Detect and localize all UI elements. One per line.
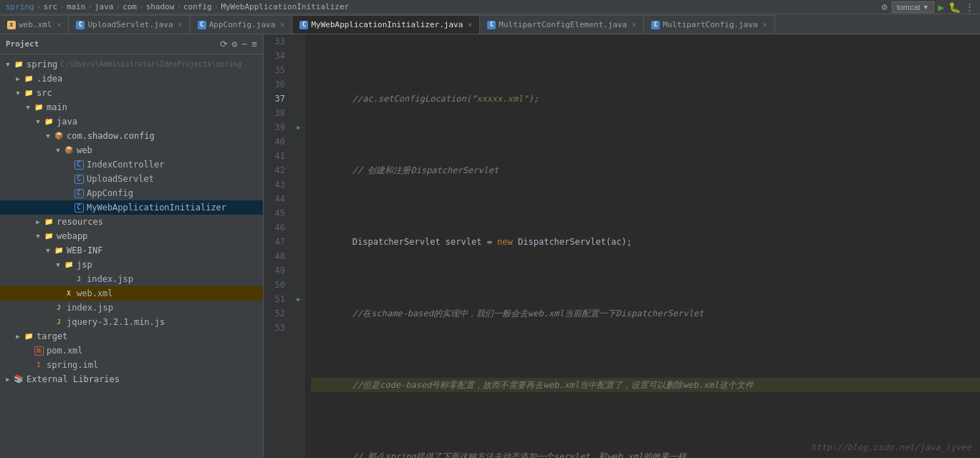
tab-multipart-config[interactable]: C MultipartConfig.java ×	[644, 15, 774, 34]
tab-icon-appconfig: C	[198, 21, 206, 29]
tab-label-web-xml: web.xml	[19, 20, 52, 29]
breadcrumb-src[interactable]: src	[43, 2, 57, 11]
tabbar: x web.xml × C UploadServlet.java × C App…	[0, 14, 980, 34]
line-num-43: 43	[264, 177, 288, 192]
tab-multipart-config-el[interactable]: C MultipartConfigElement.java ×	[480, 15, 644, 34]
gutter-52	[292, 306, 305, 321]
label-main: main	[47, 101, 67, 114]
label-spring: spring	[27, 58, 57, 71]
more-actions-icon[interactable]: ⋮	[965, 1, 974, 12]
tree-item-src[interactable]: 📁 src	[0, 86, 263, 100]
tree-item-spring-iml[interactable]: I spring.iml	[0, 358, 263, 372]
gutter-38	[292, 106, 305, 120]
code-lines[interactable]: //ac.setConfigLocation("xxxxx.xml"); // …	[305, 34, 980, 458]
code-line-35: DispatcherServlet servlet = new Dispatch…	[311, 235, 980, 249]
close-upload[interactable]: ×	[178, 21, 183, 29]
tree-item-resources[interactable]: 📁 resources	[0, 215, 263, 229]
tree-item-jquery[interactable]: J jquery-3.2.1.min.js	[0, 315, 263, 329]
tomcat-label: tomcat	[897, 3, 921, 11]
tree-item-target[interactable]: 📁 target	[0, 329, 263, 344]
line-num-44: 44	[264, 192, 288, 206]
label-web-package: web	[77, 144, 92, 157]
arrow-jsp-folder	[53, 258, 63, 271]
arrow-target	[13, 330, 23, 343]
gutter-34	[292, 49, 305, 63]
label-target: target	[37, 330, 67, 343]
line-num-42: 42	[264, 163, 288, 177]
label-appconfig: AppConfig	[87, 187, 133, 200]
collapse-icon[interactable]: −	[241, 39, 247, 49]
tree-item-com-shadow-config[interactable]: 📦 com.shadow.config	[0, 129, 263, 143]
label-jsp-folder: jsp	[77, 258, 92, 271]
code-line-37: //但是code-based号称零配置，故而不需要再去web.xml当中配置了，…	[311, 378, 980, 392]
arrow-src	[13, 87, 23, 99]
tree-item-index-controller[interactable]: C IndexController	[0, 157, 263, 172]
settings-icon[interactable]: ⚙	[232, 39, 238, 49]
tree-item-mywebapp[interactable]: C MyWebApplicationInitializer	[0, 200, 263, 215]
breadcrumb-spring[interactable]: spring	[6, 2, 34, 11]
tree-item-pom[interactable]: m pom.xml	[0, 344, 263, 358]
sidebar: Project ⟳ ⚙ − ≡ 📁 spring C:\Users\Admini…	[0, 34, 264, 458]
tree-item-ext-lib[interactable]: 📚 External Libraries	[0, 372, 263, 386]
close-appconfig[interactable]: ×	[280, 21, 284, 29]
tree-item-idea[interactable]: 📁 .idea	[0, 72, 263, 86]
java-icon-appconfig: C	[73, 188, 85, 198]
tree-item-jsp-folder[interactable]: 📁 jsp	[0, 258, 263, 272]
code-text-38: // 那么spring提供了下面这种方法去动态添加一个servlet，和web.…	[311, 449, 686, 458]
breadcrumb-config[interactable]: config	[183, 2, 212, 11]
tab-web-xml[interactable]: x web.xml ×	[0, 15, 69, 34]
tree-item-appconfig[interactable]: C AppConfig	[0, 186, 263, 200]
breadcrumb-shadow[interactable]: shadow	[146, 2, 175, 11]
close-mc[interactable]: ×	[763, 21, 767, 29]
label-src: src	[37, 87, 52, 99]
tree-item-upload-servlet[interactable]: C UploadServlet	[0, 172, 263, 186]
tree-item-web-xml[interactable]: X web.xml	[0, 286, 263, 301]
java-icon-upload: C	[73, 174, 85, 184]
sidebar-header-icons: ⟳ ⚙ − ≡	[220, 39, 257, 49]
tree-item-web-package[interactable]: 📦 web	[0, 143, 263, 157]
tree-item-java[interactable]: 📁 java	[0, 114, 263, 129]
line-num-49: 49	[264, 263, 288, 278]
code-line-36: //在schame-based的实现中，我们一般会去web.xml当前配置一下D…	[311, 306, 980, 321]
run-button[interactable]: ▶	[938, 1, 944, 13]
breadcrumb-class[interactable]: MyWebApplicationInitializer	[221, 2, 349, 11]
topbar: spring › src › main › java › com › shado…	[0, 0, 980, 14]
breadcrumb-com[interactable]: com	[123, 2, 137, 11]
gutter-37	[292, 92, 305, 106]
tree-item-webinf[interactable]: 📁 WEB-INF	[0, 243, 263, 258]
breadcrumb-java[interactable]: java	[95, 2, 114, 11]
close-mywebapp[interactable]: ×	[468, 21, 472, 29]
gutter-47	[292, 235, 305, 249]
arrow-webinf	[43, 244, 53, 257]
tab-appconfig[interactable]: C AppConfig.java ×	[191, 15, 293, 34]
tree-item-index-jsp-nested[interactable]: J index.jsp	[0, 272, 263, 286]
java-icon-index-ctrl: C	[73, 160, 85, 170]
gutter-35	[292, 63, 305, 77]
tomcat-button[interactable]: tomcat ▼	[892, 1, 934, 13]
breadcrumb-main[interactable]: main	[67, 2, 86, 11]
tree-item-index-jsp-root[interactable]: J index.jsp	[0, 301, 263, 315]
tab-mywebapp[interactable]: C MyWebApplicationInitializer.java ×	[292, 15, 480, 34]
gutter-44	[292, 192, 305, 206]
gutter-50	[292, 278, 305, 292]
tab-upload-servlet[interactable]: C UploadServlet.java ×	[69, 15, 190, 34]
label-webinf: WEB-INF	[67, 244, 103, 257]
line-num-48: 48	[264, 249, 288, 263]
breadcrumb: spring › src › main › java › com › shado…	[6, 2, 882, 11]
tree-item-main[interactable]: 📁 main	[0, 100, 263, 114]
code-text-37: //但是code-based号称零配置，故而不需要再去web.xml当中配置了，…	[311, 378, 754, 392]
tree-item-webapp[interactable]: 📁 webapp	[0, 229, 263, 243]
expand-icon[interactable]: ≡	[251, 39, 257, 49]
tab-label-upload: UploadServlet.java	[87, 20, 173, 29]
close-mce[interactable]: ×	[632, 21, 636, 29]
debug-button[interactable]: 🐛	[948, 1, 961, 13]
gutter-46	[292, 220, 305, 235]
sync-icon[interactable]: ⟳	[220, 39, 228, 49]
arrow-idea	[13, 72, 23, 85]
close-web-xml[interactable]: ×	[57, 21, 61, 29]
folder-icon-main: 📁	[33, 102, 44, 112]
tree-item-spring[interactable]: 📁 spring C:\Users\Administrator\IdeaProj…	[0, 57, 263, 72]
ext-lib-icon: 📚	[13, 374, 24, 384]
gutter-49	[292, 263, 305, 278]
code-editor: 33 34 35 36 37 38 39 40 41 42 43 44 45 4…	[264, 34, 980, 458]
